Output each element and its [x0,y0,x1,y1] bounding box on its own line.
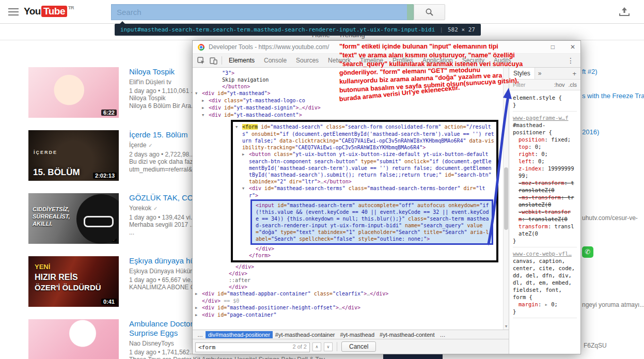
devtools-tab-elements[interactable]: Elements [224,54,259,67]
background-page-strip [383,354,443,359]
breadcrumb-item[interactable]: div#masthead-positioner [206,331,273,338]
hamburger-menu-icon[interactable] [8,8,19,15]
new-style-rule-button[interactable]: + [568,70,580,77]
class-toggle[interactable]: .cls [569,82,577,88]
breadcrumb-item[interactable]: #yt-masthead-content [377,331,437,338]
youtube-header: You Tube TR Search [0,0,644,24]
device-toolbar-icon[interactable] [209,56,218,65]
search-button[interactable] [414,4,445,20]
code-line[interactable]: <input id="masthead-search-term" autocom… [254,202,490,242]
pseudo-state-toggle[interactable]: :hov [554,82,565,88]
restore-window-icon[interactable]: □ [551,43,555,51]
close-window-icon[interactable]: ✕ [570,43,575,51]
collapsed-arrow-icon[interactable]: ▶ [242,151,249,158]
collapsed-arrow-icon[interactable]: ▶ [202,105,209,112]
annotation-line: "form" etiketi içinde bulunan "input" el… [339,42,542,51]
annotation-text-block: "form" etiketi içinde bulunan "input" el… [339,42,542,104]
css-property[interactable]: top: 0; [513,143,577,150]
code-line[interactable]: ▶<button class="yt-uix-button yt-uix-but… [235,151,494,185]
video-thumbnail[interactable] [28,319,119,359]
code-line[interactable]: </div> == $0 [195,298,501,304]
code-form-close: </div></form> [235,245,494,259]
stylesheet-link[interactable]: www-pageframe-w…f [513,114,577,121]
css-property[interactable]: -ms-transform: translateZ(0 [513,194,577,208]
rule-selector[interactable]: canvas, caption, center, cite, code, dd,… [513,257,577,301]
code-line[interactable]: ▶<div id="yt-masthead-signin">…</div> [195,104,501,112]
thumbnail-text: AKILLI. [28,220,119,227]
code-form-open: ▼<form id="masthead-search" class="searc… [235,123,494,199]
css-property[interactable]: position: fixed; [513,136,577,143]
code-line[interactable]: ▼<form id="masthead-search" class="searc… [235,123,494,151]
devtools-menu-icon[interactable]: ⋮ [563,56,578,65]
collapsed-arrow-icon[interactable]: ▶ [202,98,209,104]
annotation-line: "text" ve arama alanı kısmını oluşturuyo… [339,51,542,60]
logo-region-label: TR [68,5,74,10]
expanded-arrow-icon[interactable]: ▼ [242,185,249,192]
breadcrumb-item[interactable]: #yt-masthead [337,331,377,338]
tooltip-dimensions: 582 × 27 [448,26,475,33]
code-line[interactable]: </form> [235,252,494,259]
code-line[interactable]: ▼<div id="masthead-search-terms" class="… [235,185,494,199]
breadcrumb-item[interactable]: #yt-masthead-container [273,331,338,338]
css-property[interactable]: left: 0; [513,158,577,165]
scrollbar-thumb[interactable] [504,167,508,230]
thumbnail-text: CIDDİYETSİZ, [28,206,119,213]
cancel-button[interactable]: Cancel [341,341,376,352]
rule-close-brace: } [513,308,577,315]
rule-selector[interactable]: #masthead-positioner { [513,121,577,136]
find-previous-button[interactable]: ∧ [312,342,321,351]
thumbnail-text: ÖZER'İ ÖLDÜRDÜ [28,283,119,293]
styles-panel: Styles » + Filter :hov .cls element.styl… [509,68,580,354]
code-line[interactable]: </div> [195,263,501,270]
background-page-fragment: s with the Freeze Trap! [582,92,644,100]
expand-shorthand-icon[interactable]: ▸ [545,301,552,307]
css-property[interactable]: z-index: 1999999999; [513,165,577,179]
collapsed-arrow-icon[interactable]: ▶ [195,305,202,311]
css-property[interactable]: -webkit-transform: translateZ(0 [513,208,577,223]
devtools-tab-sources[interactable]: Sources [291,54,323,67]
video-thumbnail[interactable]: CIDDİYETSİZ,SÜRREALİST,AKILLI.8:20 [28,193,119,244]
inspect-element-icon[interactable] [196,56,206,65]
upload-icon[interactable] [618,7,631,17]
whatsapp-share-icon[interactable]: ✆ [582,246,593,258]
code-line[interactable]: ▶<div id="masthead-appbar-container" cla… [195,290,501,298]
background-page-fragment: F6ZqSU [584,342,607,349]
css-property[interactable]: right: 0; [513,150,577,158]
breadcrumb-item[interactable]: … [437,331,448,338]
background-page-fragment: ft #2) [582,68,598,75]
video-duration-badge: 2:02:13 [93,173,117,179]
css-property[interactable]: margin: ▸ 0; [513,301,577,308]
tooltip-selector: input#masthead-search-term.search-term.m… [120,26,435,33]
elements-scrollbar[interactable]: ▼ [503,68,509,330]
youtube-logo[interactable]: You Tube TR [24,6,74,17]
styles-rules: element.style {}www-pageframe-w…f#masthe… [509,90,580,354]
expanded-arrow-icon[interactable]: ▼ [195,90,202,97]
video-thumbnail[interactable]: YENİHIZIR REİSÖZER'İ ÖLDÜRDÜ0:41 [28,256,119,307]
breadcrumb-item[interactable]: … [195,331,206,338]
video-thumbnail[interactable]: İÇERDE15. BÖLÜM2:02:13 [28,130,119,181]
expanded-arrow-icon[interactable]: ▼ [235,124,242,131]
logo-you-text: You [24,6,41,17]
thumbnail-text: YENİ [28,262,119,272]
background-page-fragment: 2016) [582,128,599,136]
stylesheet-link[interactable]: www-core-webp-vfl… [513,250,577,257]
css-rule: www-core-webp-vfl…canvas, caption, cente… [513,249,577,318]
code-line[interactable]: ▼<div id="yt-masthead-content"> [195,112,501,119]
code-line[interactable]: </div> [235,245,494,252]
css-property[interactable]: transform: translateZ(0 [513,223,577,237]
devtools-tab-console[interactable]: Console [259,54,291,67]
code-line[interactable]: ▶<div id="page-container" [195,311,501,319]
collapsed-arrow-icon[interactable]: ▶ [195,312,202,319]
code-line[interactable]: ::after [195,277,501,284]
code-line[interactable]: </div> [195,284,501,290]
scrollbar-down-arrow[interactable]: ▼ [504,324,509,330]
code-line[interactable]: ▶<div id="masthead-positioner-height-off… [195,304,501,311]
collapsed-arrow-icon[interactable]: ▶ [195,291,202,298]
css-property[interactable]: -moz-transform: translateZ(0 [513,179,577,194]
video-thumbnail[interactable]: 6:22 [28,67,119,118]
video-duration-badge: 0:41 [101,299,117,305]
masthead-search-form: Search [111,4,414,20]
code-line[interactable]: </div> [195,270,501,277]
find-next-button[interactable]: ∨ [324,342,333,351]
expanded-arrow-icon[interactable]: ▼ [202,112,209,119]
